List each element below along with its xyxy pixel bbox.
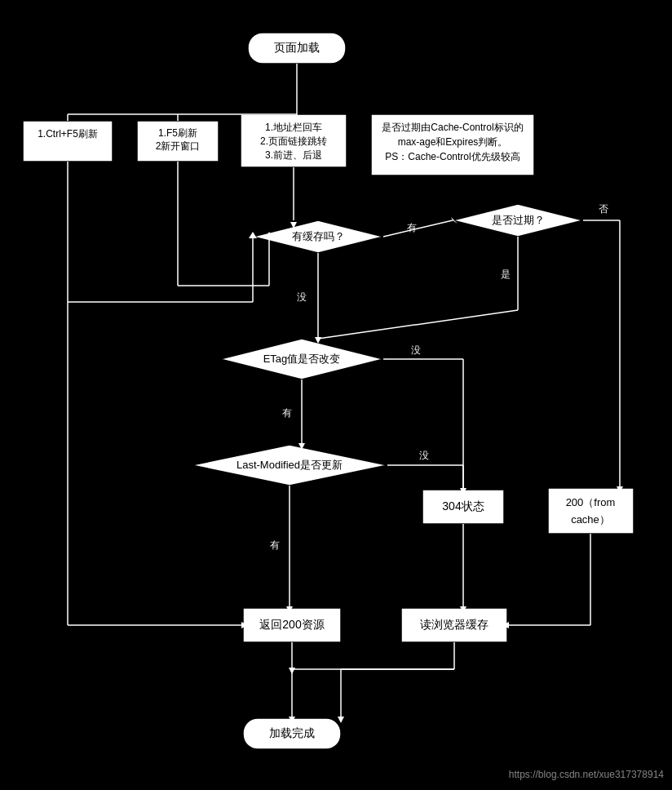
svg-text:有: 有 <box>282 407 292 419</box>
svg-text:没: 没 <box>411 344 421 356</box>
svg-text:没: 没 <box>297 291 307 303</box>
svg-text:是否过期由Cache-Control标识的: 是否过期由Cache-Control标识的 <box>382 122 523 133</box>
svg-rect-2 <box>23 121 113 162</box>
svg-text:Last-Modified是否更新: Last-Modified是否更新 <box>237 459 343 471</box>
svg-text:max-age和Expires判断。: max-age和Expires判断。 <box>398 136 508 148</box>
svg-text:ETag值是否改变: ETag值是否改变 <box>263 353 341 365</box>
svg-text:否: 否 <box>599 203 608 215</box>
svg-text:是否过期？: 是否过期？ <box>492 214 545 226</box>
flowchart-svg: 页面加载 1.Ctrl+F5刷新 1.F5刷新 2新开窗口 1.地址栏回车 2.… <box>0 0 672 790</box>
svg-text:有: 有 <box>407 222 417 233</box>
svg-text:PS：Cache-Control优先级较高: PS：Cache-Control优先级较高 <box>385 151 519 162</box>
svg-text:2.页面链接跳转: 2.页面链接跳转 <box>260 135 327 147</box>
svg-text:200（from: 200（from <box>566 496 616 508</box>
svg-text:是: 是 <box>501 269 511 280</box>
svg-text:2新开窗口: 2新开窗口 <box>156 140 201 152</box>
svg-text:有缓存吗？: 有缓存吗？ <box>292 230 345 242</box>
start-label: 页面加载 <box>274 41 320 54</box>
svg-text:返回200资源: 返回200资源 <box>259 618 324 631</box>
svg-rect-25 <box>548 488 634 534</box>
diagram-container: 页面加载 1.Ctrl+F5刷新 1.F5刷新 2新开窗口 1.地址栏回车 2.… <box>0 0 672 790</box>
svg-text:1.F5刷新: 1.F5刷新 <box>158 127 197 139</box>
svg-text:读浏览器缓存: 读浏览器缓存 <box>420 618 489 631</box>
svg-text:加载完成: 加载完成 <box>269 726 315 739</box>
svg-text:有: 有 <box>270 539 280 551</box>
watermark: https://blog.csdn.net/xue317378914 <box>509 769 664 780</box>
svg-text:没: 没 <box>419 450 429 461</box>
svg-text:1.地址栏回车: 1.地址栏回车 <box>265 122 322 133</box>
svg-text:304状态: 304状态 <box>442 499 484 513</box>
svg-text:3.前进、后退: 3.前进、后退 <box>265 149 322 161</box>
svg-text:cache）: cache） <box>571 513 610 526</box>
svg-text:1.Ctrl+F5刷新: 1.Ctrl+F5刷新 <box>38 128 98 140</box>
